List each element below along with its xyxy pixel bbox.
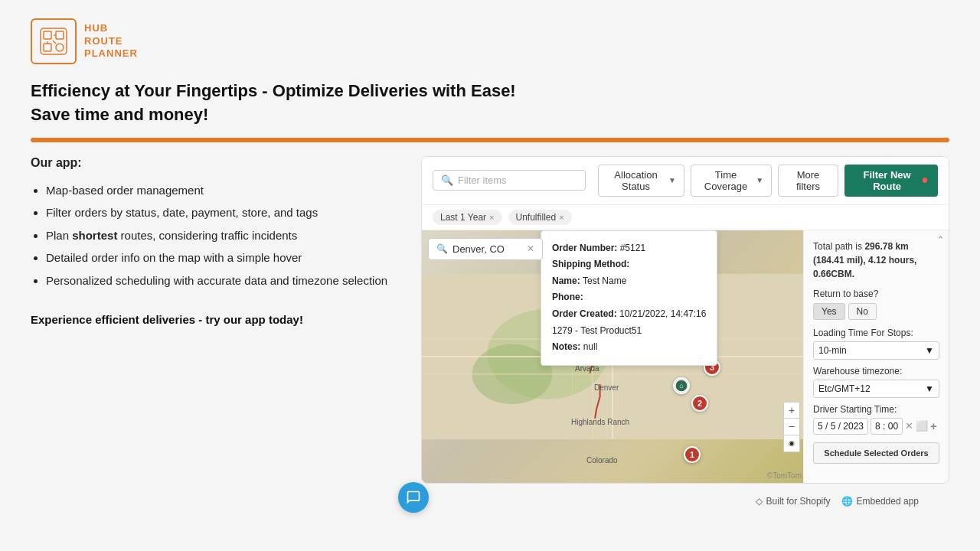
order-popup: Order Number: #5121 Shipping Method: Nam… (541, 230, 717, 366)
filter-new-route-button[interactable]: Filter New Route (844, 165, 938, 197)
logo-box (31, 18, 77, 64)
list-item: Map-based order management (46, 181, 390, 201)
search-icon: 🔍 (441, 174, 453, 186)
logo-text: HUB ROUTE PLANNER (84, 22, 138, 61)
remove-tag-icon[interactable]: × (489, 213, 494, 222)
city-label-highlands-ranch: Highlands Ranch (571, 418, 629, 426)
warehouse-timezone-label: Warehouse timezone: (813, 366, 939, 377)
schedule-button[interactable]: Schedule Selected Orders (813, 442, 939, 464)
features-list: Map-based order management Filter orders… (31, 181, 390, 291)
svg-rect-1 (44, 31, 51, 39)
time-coverage-button[interactable]: Time Coverage ▼ (691, 165, 772, 197)
compass-icon[interactable]: ◉ (783, 435, 800, 452)
chevron-down-icon: ▼ (925, 345, 934, 356)
chevron-down-icon: ▼ (668, 176, 676, 184)
app-panel: 🔍 Filter items Allocation Status ▼ Time … (421, 156, 949, 484)
list-item: Filter orders by status, date, payment, … (46, 203, 390, 223)
remove-tag-icon[interactable]: × (559, 213, 564, 222)
map-area: Cheyenne Arvada Denver Highlands Ranch C… (422, 230, 949, 483)
right-panel: ⌃ Total path is 296.78 km (184.41 mil), … (803, 230, 949, 483)
map-main[interactable]: Cheyenne Arvada Denver Highlands Ranch C… (422, 230, 803, 483)
zoom-in-button[interactable]: + (783, 402, 800, 419)
left-col: Our app: Map-based order management Filt… (31, 156, 398, 329)
footer-built-for-shopify: ◇ Built for Shopify (756, 496, 831, 507)
svg-rect-2 (56, 31, 64, 39)
search-icon: 🔍 (436, 243, 448, 254)
chevron-down-icon: ▼ (925, 383, 934, 394)
return-base-label: Return to base? (813, 289, 939, 299)
loading-time-select[interactable]: 10-min ▼ (813, 341, 939, 360)
footer-embedded-app: 🌐 Embedded app (841, 496, 919, 507)
allocation-status-button[interactable]: Allocation Status ▼ (598, 165, 684, 197)
svg-point-4 (56, 44, 64, 51)
globe-icon: 🌐 (841, 496, 853, 507)
tomtom-credit: ©TomTom (767, 471, 802, 480)
more-filters-button[interactable]: More filters (778, 165, 838, 197)
clear-time-icon[interactable]: ✕ (905, 420, 913, 432)
map-marker-2: 2 (691, 395, 708, 412)
loading-time-label: Loading Time For Stops: (813, 328, 939, 338)
svg-rect-3 (44, 44, 51, 51)
logo-area: HUB ROUTE PLANNER (31, 18, 949, 64)
yes-button[interactable]: Yes (813, 303, 845, 320)
driver-starting-time-label: Driver Starting Time: (813, 404, 939, 415)
return-base-section: Return to base? Yes No (813, 289, 939, 320)
home-marker: ⌂ (673, 377, 690, 394)
footer-area: ◇ Built for Shopify 🌐 Embedded app (31, 496, 949, 507)
list-item: Personalized scheduling with accurate da… (46, 271, 390, 291)
add-time-icon[interactable]: + (930, 419, 937, 432)
headline: Efficiency at Your Fingertips - Optimize… (31, 80, 949, 127)
driver-date-field[interactable]: 5 / 5 / 2023 (813, 418, 868, 435)
summary-text: Total path is 296.78 km (184.41 mil), 4.… (813, 240, 939, 281)
driver-time-field[interactable]: 8 : 00 (871, 418, 903, 435)
location-search[interactable]: 🔍 Denver, CO ✕ (428, 238, 543, 260)
copy-time-icon[interactable]: ⬜ (916, 420, 928, 432)
cta-text: Experience efficient deliveries - try ou… (31, 311, 390, 329)
chevron-down-icon: ▼ (756, 176, 763, 184)
main-content: Our app: Map-based order management Filt… (31, 156, 949, 484)
yes-no-buttons: Yes No (813, 303, 939, 320)
tag-unfulfilled[interactable]: Unfulfilled × (508, 210, 572, 225)
app-toolbar: 🔍 Filter items Allocation Status ▼ Time … (422, 157, 949, 205)
zoom-controls: + − ◉ (783, 402, 800, 452)
tags-bar: Last 1 Year × Unfulfilled × (422, 205, 949, 230)
collapse-icon[interactable]: ⌃ (936, 234, 945, 246)
list-item: Plan shortest routes, considering traffi… (46, 226, 390, 246)
search-placeholder: Filter items (458, 174, 507, 186)
chat-bubble-button[interactable] (398, 482, 429, 513)
warehouse-timezone-select[interactable]: Etc/GMT+12 ▼ (813, 380, 939, 398)
zoom-out-button[interactable]: − (783, 419, 800, 435)
city-label-colorado: Colorado (586, 456, 618, 465)
no-button[interactable]: No (848, 303, 877, 320)
map-marker-1: 1 (684, 446, 701, 463)
diamond-icon: ◇ (756, 496, 763, 507)
list-item: Detailed order info on the map with a si… (46, 248, 390, 268)
search-box[interactable]: 🔍 Filter items (433, 170, 586, 191)
orange-bar (31, 138, 949, 142)
clear-location-icon[interactable]: ✕ (527, 243, 534, 254)
tag-last-1-year[interactable]: Last 1 Year × (433, 210, 502, 225)
notification-dot (923, 178, 927, 183)
driver-time-row: 5 / 5 / 2023 8 : 00 ✕ ⬜ + (813, 418, 939, 435)
city-label-denver: Denver (594, 383, 619, 392)
our-app-label: Our app: (31, 156, 390, 170)
location-value: Denver, CO (452, 243, 505, 255)
svg-text:⌂: ⌂ (679, 382, 683, 390)
